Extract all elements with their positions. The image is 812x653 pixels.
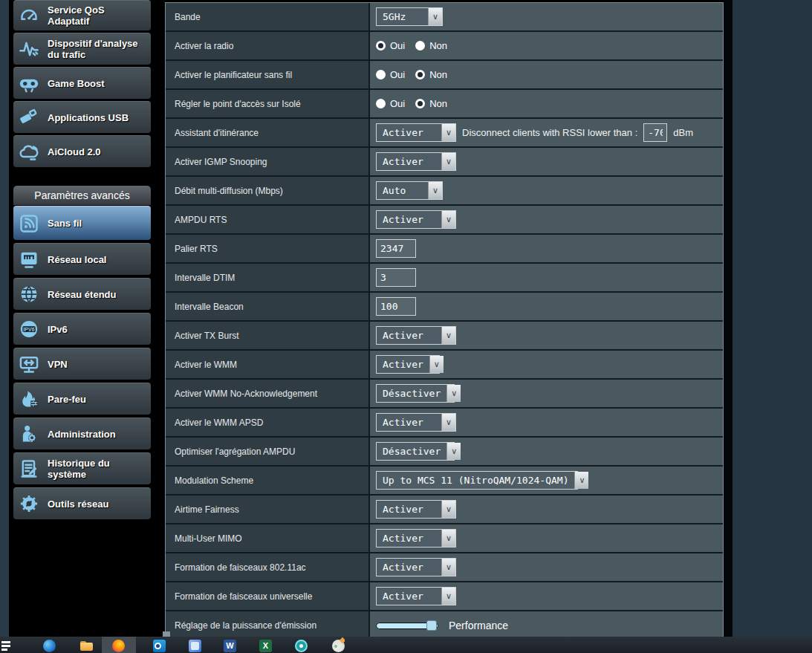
select-value: Activer xyxy=(377,211,441,228)
edge-browser-icon xyxy=(43,637,56,653)
radio-group: OuiNon xyxy=(376,40,453,51)
radio-oui[interactable] xyxy=(376,41,386,51)
modulation-scheme-select[interactable]: Up to MCS 11 (NitroQAM/1024-QAM)∨ xyxy=(376,471,578,490)
settings-row: Intervalle DTIM xyxy=(166,264,723,293)
settings-row: Activer TX BurstActiver∨ xyxy=(166,322,723,351)
sidebar-item-cloud[interactable]: AiCloud 2.0 xyxy=(13,135,151,167)
chevron-down-icon: ∨ xyxy=(428,8,442,25)
taskbar-excel-button[interactable]: X xyxy=(249,637,283,653)
taskbar-start-partial-button[interactable] xyxy=(0,637,34,653)
activer-tx-burst-select[interactable]: Activer∨ xyxy=(376,326,456,345)
settings-row: Multi-User MIMOActiver∨ xyxy=(166,524,723,553)
intervalle-beacon-input[interactable] xyxy=(376,297,416,316)
activer-wmm-no-acknowledgement-select[interactable]: Désactiver∨ xyxy=(376,384,455,403)
radio-non[interactable] xyxy=(415,41,425,51)
sidebar-item-traffic-analyzer[interactable]: Dispositif d'analyse du trafic xyxy=(13,33,151,65)
settings-row: Formation de faisceaux 802.11acActiver∨ xyxy=(166,553,723,582)
page-left-margin xyxy=(0,0,9,637)
radio-non[interactable] xyxy=(415,99,425,108)
chevron-down-icon: ∨ xyxy=(441,530,455,547)
tx-power-value-label: Performance xyxy=(449,620,508,631)
assistant-d-itin-rance-select[interactable]: Activer∨ xyxy=(376,123,456,142)
taskbar-paint-button[interactable] xyxy=(322,637,356,653)
chevron-down-icon: ∨ xyxy=(441,414,455,431)
activer-le-wmm-apsd-select[interactable]: Activer∨ xyxy=(376,413,456,432)
wireless-settings-table: Bande5GHz∨Activer la radioOuiNonActiver … xyxy=(165,2,724,640)
sidebar-item-network-tools[interactable]: Outils réseau xyxy=(13,487,151,519)
d-bit-multi-diffusion-mbps-select[interactable]: Auto∨ xyxy=(376,181,443,200)
taskbar-teal-app-button[interactable] xyxy=(285,637,319,653)
setting-value-cell: Activer∨ xyxy=(370,409,723,436)
sidebar-apps-section: Service QoS AdaptatifDispositif d'analys… xyxy=(13,0,151,167)
radio-non[interactable] xyxy=(415,70,425,79)
multi-user-mimo-select[interactable]: Activer∨ xyxy=(376,529,456,548)
slider-thumb[interactable] xyxy=(426,620,437,631)
setting-value-cell: Désactiver∨ xyxy=(370,438,723,465)
settings-row: AMPDU RTSActiver∨ xyxy=(166,206,723,235)
activer-le-wmm-select[interactable]: Activer∨ xyxy=(376,355,440,374)
taskbar-file-explorer-button[interactable] xyxy=(70,637,104,653)
ampdu-rts-select[interactable]: Activer∨ xyxy=(376,210,456,229)
sidebar-item-label: Applications USB xyxy=(48,112,129,123)
rssi-unit-label: dBm xyxy=(673,127,693,138)
palier-rts-input[interactable] xyxy=(376,239,416,258)
setting-value-cell: 5GHz∨ xyxy=(370,3,723,30)
setting-value-cell: Activer∨Disconnect clients with RSSI low… xyxy=(370,119,723,146)
select-value: Activer xyxy=(377,124,441,141)
radio-label: Non xyxy=(429,69,447,80)
bande-select[interactable]: 5GHz∨ xyxy=(376,7,443,26)
sidebar-item-lan[interactable]: Réseau local xyxy=(13,243,151,275)
taskbar-edge-browser-button[interactable] xyxy=(33,637,67,653)
radio-group: OuiNon xyxy=(376,98,453,109)
settings-row: Activer le WMM APSDActiver∨ xyxy=(166,409,723,438)
taskbar-firefox-button[interactable] xyxy=(102,637,136,653)
sidebar-advanced-section: Sans filRéseau localRéseau étenduIPV6IPv… xyxy=(13,206,151,519)
taskbar-outlook-button[interactable] xyxy=(143,637,177,653)
setting-value-cell xyxy=(370,235,723,262)
taskbar-word-button[interactable]: W xyxy=(213,637,247,653)
sidebar-item-admin-gear[interactable]: Administration xyxy=(13,418,151,449)
sidebar-item-label: Réseau local xyxy=(48,254,107,265)
setting-value-cell: Activer∨ xyxy=(370,148,723,175)
sidebar-item-gamepad[interactable]: Game Boost xyxy=(13,67,151,99)
tx-power-slider[interactable] xyxy=(376,620,438,631)
setting-value-cell: Performance xyxy=(370,611,723,639)
sidebar-item-vpn[interactable]: VPN xyxy=(13,348,151,380)
firewall-icon xyxy=(18,388,40,410)
formation-de-faisceaux-universelle-select[interactable]: Activer∨ xyxy=(376,587,456,605)
rssi-helper-text: Disconnect clients with RSSI lower than … xyxy=(462,127,637,138)
activer-igmp-snooping-select[interactable]: Activer∨ xyxy=(376,152,456,171)
setting-value-cell: Auto∨ xyxy=(370,177,723,204)
sidebar-item-firewall[interactable]: Pare-feu xyxy=(13,383,151,415)
rssi-threshold-input[interactable] xyxy=(643,123,667,142)
setting-label: Activer IGMP Snooping xyxy=(166,148,370,175)
windows-taskbar: WX xyxy=(0,637,812,653)
settings-row: Formation de faisceaux universelleActive… xyxy=(166,582,723,611)
intervalle-dtim-input[interactable] xyxy=(376,268,416,287)
chevron-down-icon: ∨ xyxy=(446,385,461,402)
setting-value-cell: Désactiver∨ xyxy=(370,380,723,407)
settings-row: Bande5GHz∨ xyxy=(166,3,723,32)
optimiser-l-agr-gation-ampdu-select[interactable]: Désactiver∨ xyxy=(376,442,455,461)
radio-label: Non xyxy=(429,40,447,51)
chevron-down-icon: ∨ xyxy=(428,182,442,199)
sidebar-item-wan-globe[interactable]: Réseau étendu xyxy=(13,278,151,310)
setting-label: Activer TX Burst xyxy=(166,322,370,349)
sidebar-item-qos-gauge[interactable]: Service QoS Adaptatif xyxy=(13,0,151,30)
sidebar-item-system-log[interactable]: Historique du système xyxy=(13,452,151,484)
setting-label: AMPDU RTS xyxy=(166,206,370,233)
airtime-fairness-select[interactable]: Activer∨ xyxy=(376,500,456,519)
sidebar-item-usb[interactable]: Applications USB xyxy=(13,101,151,133)
sidebar-item-wireless[interactable]: Sans fil xyxy=(13,206,151,240)
radio-oui[interactable] xyxy=(376,99,386,108)
taskbar-photos-button[interactable] xyxy=(178,637,212,653)
sidebar-item-ipv6[interactable]: IPV6IPv6 xyxy=(13,313,151,345)
formation-de-faisceaux-802-11ac-select[interactable]: Activer∨ xyxy=(376,558,456,576)
chevron-down-icon: ∨ xyxy=(441,559,455,576)
lan-icon xyxy=(18,248,40,270)
sidebar-item-label: Administration xyxy=(48,429,116,440)
setting-value-cell: OuiNon xyxy=(370,61,723,88)
radio-oui[interactable] xyxy=(376,70,386,79)
content-right-divider xyxy=(724,0,733,637)
setting-value-cell: OuiNon xyxy=(370,32,723,59)
